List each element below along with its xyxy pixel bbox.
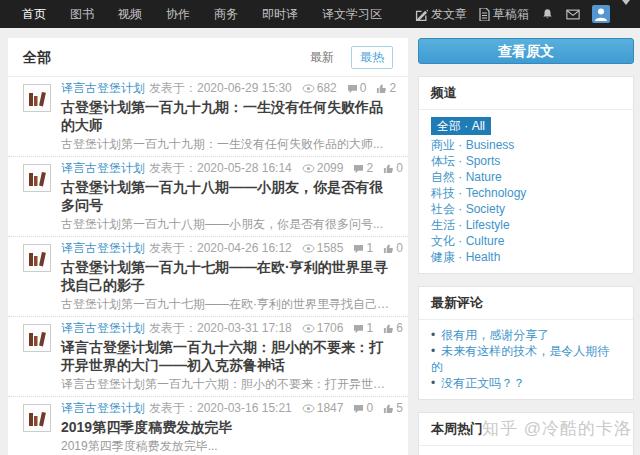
weekly-hot-title: 本周热门 [419,413,633,446]
drafts-button[interactable]: 草稿箱 [479,6,529,23]
item-meta: 译言古登堡计划 发表于： 2020-04-26 16:12 1585 1 0 [61,241,393,256]
speech-bubble-icon [347,84,358,94]
messages-button[interactable] [566,9,580,20]
books-icon [23,164,51,192]
user-avatar[interactable] [592,5,610,23]
item-title[interactable]: 译言古登堡计划第一百九十六期：胆小的不要来：打开异世界的大门——初入克苏鲁神话 [61,338,393,374]
view-count: 2099 [302,161,344,176]
item-title[interactable]: 古登堡计划第一百九十八期——小朋友，你是否有很多问号 [61,178,393,214]
nav-item-books[interactable]: 图书 [58,0,106,28]
feed-item[interactable]: 译言古登堡计划 发表于： 2020-04-26 16:12 1585 1 0 古… [8,237,408,317]
sidebar: 查看原文 频道 全部 · All 商业 · Business 体坛 · Spor… [418,38,634,455]
like-count: 5 [383,401,403,416]
author-link[interactable]: 译言古登堡计划 [61,321,145,336]
channel-all-selected[interactable]: 全部 · All [431,117,491,135]
channel-culture[interactable]: 文化 · Culture [431,233,621,249]
item-title[interactable]: 古登堡计划第一百九十七期——在欧·亨利的世界里寻找自己的影子 [61,258,393,294]
chevron-down-icon [622,0,630,22]
post-date: 2020-03-16 15:21 [197,401,292,416]
nav-item-video[interactable]: 视频 [106,0,154,28]
notifications-button[interactable] [541,7,554,21]
feed-item[interactable]: 译言古登堡计划 发表于： 2020-03-31 17:18 1706 1 6 译… [8,317,408,397]
feed-title: 全部 [23,49,51,67]
thumbs-up-icon [383,243,394,254]
latest-comments-panel: 最新评论 很有用，感谢分享了 未来有这样的技术，是令人期待的 没有正文吗？？ [418,286,634,400]
speech-bubble-icon [353,244,364,254]
post-article-button[interactable]: 发文章 [415,6,467,23]
feed-header: 全部 最新 最热 [8,38,408,77]
envelope-icon [566,9,580,20]
like-count: 0 [383,241,403,256]
item-meta: 译言古登堡计划 发表于： 2020-05-28 16:14 2099 2 0 [61,161,393,176]
item-summary: 古登堡计划第一百九十九期：一生没有任何失败作品的大师... [61,137,393,152]
comment-count: 2 [353,161,373,176]
channel-technology[interactable]: 科技 · Technology [431,185,621,201]
eye-icon [302,404,315,413]
comment-item: 没有正文吗？？ [431,375,621,391]
person-icon [592,5,610,23]
books-icon [23,244,51,272]
comment-count: 1 [353,321,373,336]
post-date: 2020-05-28 16:14 [197,161,292,176]
comment-link[interactable]: 没有正文吗？？ [441,376,525,390]
nav-item-instant-translate[interactable]: 即时译 [250,0,310,28]
feed-item[interactable]: 译言古登堡计划 发表于： 2020-03-16 15:21 1847 0 5 2… [8,397,408,455]
view-original-button[interactable]: 查看原文 [418,38,634,64]
books-icon [23,84,51,112]
eye-icon [302,164,315,173]
nav-item-collab[interactable]: 协作 [154,0,202,28]
top-nav: 首页 图书 视频 协作 商务 即时译 译文学习区 发文章 草稿箱 [0,0,640,28]
item-title[interactable]: 2019第四季度稿费发放完毕 [61,418,393,436]
eye-icon [302,324,315,333]
comment-count: 0 [347,81,367,96]
channel-society[interactable]: 社会 · Society [431,201,621,217]
author-link[interactable]: 译言古登堡计划 [61,241,145,256]
channels-panel: 频道 全部 · All 商业 · Business 体坛 · Sports 自然… [418,76,634,274]
item-meta: 译言古登堡计划 发表于： 2020-06-29 15:30 682 0 2 [61,81,393,96]
view-count: 1585 [302,241,344,256]
feed-panel: 全部 最新 最热 译言古登堡计划 发表于： 2020-06-29 15:30 6… [8,38,408,455]
comment-link[interactable]: 未来有这样的技术，是令人期待的 [431,344,609,374]
sort-hottest-button[interactable]: 最热 [351,46,393,69]
document-icon [479,8,490,21]
channel-nature[interactable]: 自然 · Nature [431,169,621,185]
speech-bubble-icon [353,324,364,334]
nav-item-home[interactable]: 首页 [10,0,58,28]
nav-actions: 发文章 草稿箱 [415,5,630,23]
item-summary: 古登堡计划第一百九十七期——在欧·亨利的世界里寻找自己的影子... [61,297,393,312]
thumbs-up-icon [376,83,387,94]
eye-icon [302,244,315,253]
channel-health[interactable]: 健康 · Health [431,249,621,265]
books-icon [23,404,51,432]
author-link[interactable]: 译言古登堡计划 [61,161,145,176]
account-menu-button[interactable] [622,5,630,23]
thumbs-up-icon [383,403,394,414]
channel-sports[interactable]: 体坛 · Sports [431,153,621,169]
item-summary: 译言古登堡计划第一百九十六期：胆小的不要来：打开异世界的大门——初入克苏鲁神话.… [61,377,393,392]
author-link[interactable]: 译言古登堡计划 [61,81,145,96]
item-summary: 古登堡计划第一百九十八期——小朋友，你是否有很多问号... [61,217,393,232]
channels-title: 频道 [419,77,633,110]
feed-item[interactable]: 译言古登堡计划 发表于： 2020-06-29 15:30 682 0 2 古登… [8,77,408,157]
nav-item-learning-zone[interactable]: 译文学习区 [310,0,394,28]
feed-item[interactable]: 译言古登堡计划 发表于： 2020-05-28 16:14 2099 2 0 古… [8,157,408,237]
comment-count: 1 [353,241,373,256]
comment-item: 未来有这样的技术，是令人期待的 [431,343,621,375]
view-count: 1847 [302,401,344,416]
channel-lifestyle[interactable]: 生活 · Lifestyle [431,217,621,233]
item-title[interactable]: 古登堡计划第一百九十九期：一生没有任何失败作品的大师 [61,98,393,134]
bell-icon [541,7,554,21]
comment-link[interactable]: 很有用，感谢分享了 [441,328,549,342]
like-count: 0 [383,161,403,176]
sort-latest-button[interactable]: 最新 [301,46,343,69]
author-link[interactable]: 译言古登堡计划 [61,401,145,416]
channel-business[interactable]: 商业 · Business [431,137,621,153]
nav-item-business[interactable]: 商务 [202,0,250,28]
post-date: 2020-03-31 17:18 [197,321,292,336]
item-summary: 2019第四季度稿费发放完毕... [61,439,393,454]
view-count: 682 [302,81,337,96]
page-body: 全部 最新 最热 译言古登堡计划 发表于： 2020-06-29 15:30 6… [0,28,640,455]
books-icon [23,324,51,352]
speech-bubble-icon [353,164,364,174]
comment-count: 0 [353,401,373,416]
